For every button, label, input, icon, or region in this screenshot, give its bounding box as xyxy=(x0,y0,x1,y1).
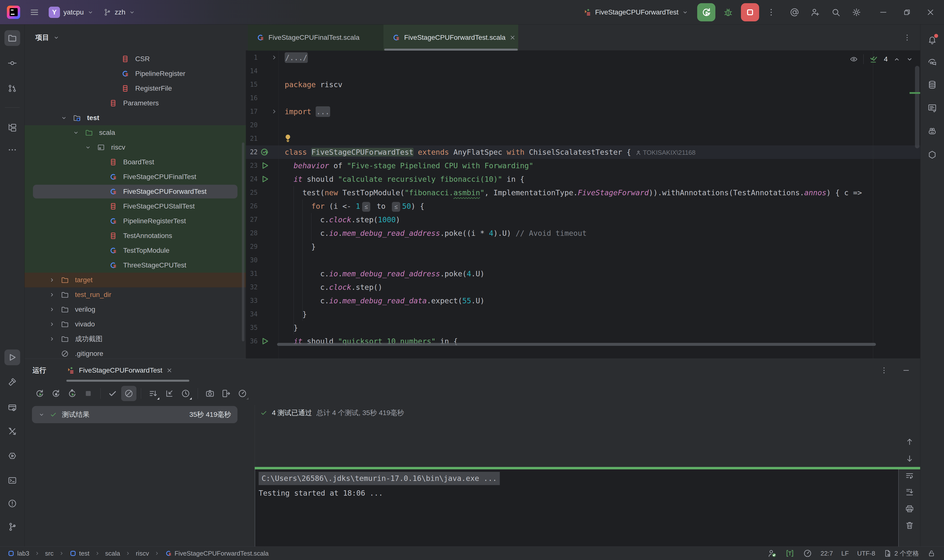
add-user-icon[interactable] xyxy=(810,8,820,17)
editor-horizontal-scrollbar[interactable] xyxy=(277,343,876,346)
test-results-row[interactable]: 测试结果 35秒 419毫秒 xyxy=(32,406,238,423)
editor-vertical-scrollbar[interactable] xyxy=(915,66,919,148)
sidebar-item-services-hex[interactable] xyxy=(5,448,20,464)
clear-all-icon[interactable] xyxy=(905,521,914,530)
sidebar-item-run[interactable] xyxy=(5,349,20,365)
code-line-27[interactable]: 27 c.clock.step(1000) xyxy=(246,213,920,226)
print-icon[interactable] xyxy=(905,504,914,513)
code-line-21[interactable]: 21 xyxy=(246,132,920,145)
hide-run-panel-icon[interactable] xyxy=(902,366,910,375)
code-line-20[interactable]: 20 xyxy=(246,118,920,132)
tree-item-csr[interactable]: CSR xyxy=(25,52,246,66)
code-line-32[interactable]: 32 c.clock.step() xyxy=(246,280,920,294)
scroll-to-end-icon[interactable] xyxy=(905,488,914,497)
more-options-button[interactable] xyxy=(251,386,266,401)
tree-item-test[interactable]: test xyxy=(25,111,246,125)
tab-fivestagecpuforwardtest[interactable]: FiveStageCPUForwardTest.scala xyxy=(384,25,518,51)
close-icon[interactable] xyxy=(926,8,935,17)
sidebar-item-ai-assistant[interactable] xyxy=(924,55,940,71)
breadcrumb-src[interactable]: src xyxy=(45,550,54,557)
memory-gauge-icon[interactable] xyxy=(803,549,812,558)
code-line-23[interactable]: 23 behavior of "Five-stage Pipelined CPU… xyxy=(246,159,920,172)
tree-item--gitignore[interactable]: .gitignore xyxy=(25,346,246,358)
sidebar-item-more-tools[interactable] xyxy=(5,142,20,158)
tree-item-vivado[interactable]: vivado xyxy=(25,317,246,332)
breadcrumb-test[interactable]: test xyxy=(69,550,89,557)
tree-item-scala[interactable]: scala xyxy=(25,125,246,140)
run-configuration-selector[interactable]: FiveStageCPUForwardTest xyxy=(583,8,688,17)
fold-arrow-icon[interactable] xyxy=(270,54,278,61)
code-line-31[interactable]: 31 c.io.mem_debug_read_address.poke(4.U) xyxy=(246,267,920,280)
tree-item-pipelineregister[interactable]: PipelineRegister xyxy=(25,66,246,81)
run-test-gutter-icon[interactable] xyxy=(260,161,270,171)
chevron-right-icon[interactable] xyxy=(49,292,55,298)
run-test-gutter-icon[interactable] xyxy=(260,336,270,346)
code-line-16[interactable]: 16 xyxy=(246,91,920,105)
prev-occurrence-icon[interactable] xyxy=(905,437,914,446)
code-line-35[interactable]: 35 } xyxy=(246,321,920,334)
chevron-right-icon[interactable] xyxy=(49,321,55,328)
show-ignored-button[interactable] xyxy=(121,386,136,401)
tree-item-pipelineregistertest[interactable]: PipelineRegisterTest xyxy=(25,214,246,228)
run-panel-options-icon[interactable] xyxy=(880,366,888,375)
tab-fivestagecpufinaltest[interactable]: FiveStageCPUFinalTest.scala xyxy=(248,25,384,51)
copilot-status-icon[interactable] xyxy=(768,549,777,558)
tree-item-fivestagecpuforwardtest[interactable]: FiveStageCPUForwardTest xyxy=(25,184,246,199)
fold-arrow-icon[interactable] xyxy=(270,108,278,115)
minimize-icon[interactable] xyxy=(879,8,888,17)
branch-selector[interactable]: zzh xyxy=(103,8,136,17)
code-line-14[interactable]: 14 xyxy=(246,65,920,78)
breadcrumb-lab3[interactable]: lab3 xyxy=(8,550,29,557)
tree-item-verilog[interactable]: verilog xyxy=(25,302,246,317)
sidebar-item-copilot[interactable] xyxy=(924,123,940,139)
sidebar-item-terminal[interactable] xyxy=(5,472,20,488)
highlighting-eye-icon[interactable] xyxy=(850,55,858,63)
prev-problem-icon[interactable] xyxy=(893,55,901,63)
code-line-22[interactable]: 22class FiveStageCPUForwardTest extends … xyxy=(246,145,920,159)
tree-item-threestagecputest[interactable]: ThreeStageCPUTest xyxy=(25,258,246,272)
sidebar-item-problems[interactable] xyxy=(5,495,20,511)
settings-icon[interactable] xyxy=(851,8,861,17)
code-line-17[interactable]: 17import ... xyxy=(246,105,920,118)
sidebar-item-documentation[interactable] xyxy=(924,100,940,116)
chevron-down-icon[interactable] xyxy=(61,115,67,121)
tree-item-fivestagecpufinaltest[interactable]: FiveStageCPUFinalTest xyxy=(25,169,246,184)
run-button[interactable] xyxy=(697,3,716,22)
mentions-icon[interactable] xyxy=(790,8,799,17)
restore-icon[interactable] xyxy=(902,8,912,17)
rerun-tests-button[interactable] xyxy=(32,386,47,401)
code-editor[interactable]: 1/.../1415package riscv1617import ...202… xyxy=(246,51,920,371)
code-line-15[interactable]: 15package riscv xyxy=(246,78,920,91)
sidebar-item-project[interactable] xyxy=(5,30,20,46)
debug-button[interactable] xyxy=(723,7,734,18)
stop-button[interactable] xyxy=(741,3,759,22)
line-separator[interactable]: LF xyxy=(841,550,848,557)
sidebar-item-version-control[interactable] xyxy=(5,519,20,535)
code-line-1[interactable]: 1/.../ xyxy=(246,51,920,65)
chevron-right-icon[interactable] xyxy=(49,306,55,313)
sidebar-item-pull-requests[interactable] xyxy=(5,80,20,96)
code-line-33[interactable]: 33 c.io.mem_debug_read_data.expect(55.U) xyxy=(246,294,920,308)
intention-bulb-icon[interactable] xyxy=(283,133,293,143)
code-line-28[interactable]: 28 c.io.mem_debug_read_address.poke((i *… xyxy=(246,226,920,240)
sidebar-item-commit[interactable] xyxy=(5,55,20,71)
code-line-29[interactable]: 29 } xyxy=(246,240,920,254)
breadcrumb-fivestagecpuforwardtest-scala[interactable]: FiveStageCPUForwardTest.scala xyxy=(165,550,269,557)
close-run-tab-icon[interactable] xyxy=(166,367,173,374)
sidebar-item-notifications[interactable] xyxy=(924,32,940,48)
sidebar-item-structure[interactable] xyxy=(5,120,20,135)
translation-badge-icon[interactable] xyxy=(785,549,794,558)
tree-item-riscv[interactable]: riscv xyxy=(25,140,246,155)
tree-item-parameters[interactable]: Parameters xyxy=(25,96,246,111)
file-encoding[interactable]: UTF-8 xyxy=(857,550,875,557)
tree-item-boardtest[interactable]: BoardTest xyxy=(25,155,246,169)
tab-options-icon[interactable] xyxy=(903,34,911,42)
navigate-to-test-button[interactable] xyxy=(162,386,177,401)
project-selector[interactable]: Y yatcpu xyxy=(49,7,94,18)
chevron-right-icon[interactable] xyxy=(49,336,55,342)
breadcrumb-scala[interactable]: scala xyxy=(105,550,120,557)
sidebar-item-build-tools[interactable] xyxy=(5,423,20,439)
sort-by-duration-button[interactable] xyxy=(145,386,161,401)
indent-config[interactable]: 2 个空格 xyxy=(884,549,919,558)
next-occurrence-icon[interactable] xyxy=(905,454,914,463)
